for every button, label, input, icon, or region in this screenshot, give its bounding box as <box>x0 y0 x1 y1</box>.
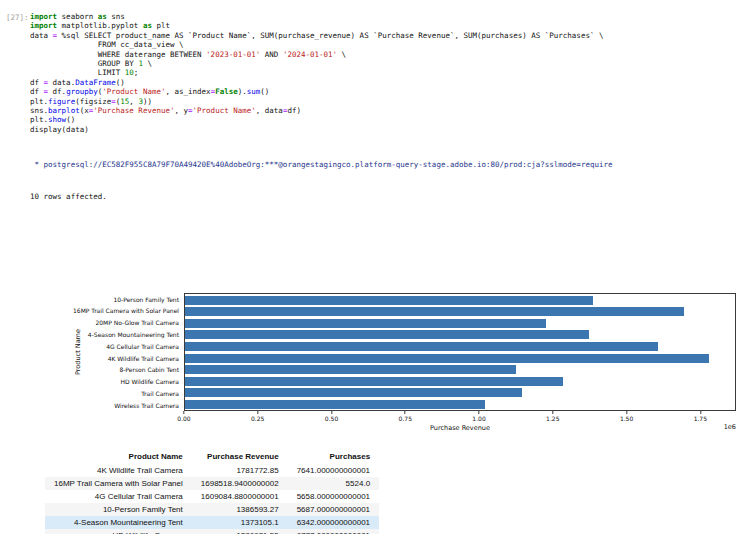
table-row: HD Wildlife Camera1286921.556777.0000000… <box>45 529 379 534</box>
table-cell: 4-Season Mountaineering Tent <box>45 516 192 529</box>
code-line: import matplotlib.pyplot as plt <box>30 21 603 30</box>
chart-plot-area <box>184 293 736 411</box>
table-cell: 4G Cellular Trail Camera <box>45 490 192 503</box>
cell-execution-prompt: [27]: <box>0 12 30 134</box>
bar <box>185 330 589 339</box>
bar-row <box>185 352 735 364</box>
table-cell: 1373105.1 <box>192 516 288 529</box>
table-cell: 5687.000000000001 <box>288 503 379 516</box>
bar-row <box>185 294 735 306</box>
y-tick-label: 4-Season Mountaineering Tent <box>84 329 184 341</box>
sql-connection-line: * postgresql://EC582F955C8A79F70A49420E%… <box>30 160 750 171</box>
chart-axis-offset-text: 1e6 <box>724 423 736 431</box>
bar <box>185 354 709 363</box>
x-tick-label: 0.00 <box>177 411 190 422</box>
code-cell: [27]: import seaborn as snsimport matplo… <box>0 0 750 134</box>
y-tick-label: 20MP No-Glow Trail Camera <box>84 317 184 329</box>
x-tick-mark <box>257 411 258 414</box>
notebook-output-region: [27]: import seaborn as snsimport matplo… <box>0 0 750 534</box>
table-row: 4-Season Mountaineering Tent1373105.1634… <box>45 516 379 529</box>
bar <box>185 400 485 409</box>
chart-xlabel-row: Purchase Revenue 1e6 <box>184 424 736 434</box>
code-line: plt.show() <box>30 115 603 124</box>
column-header: Purchase Revenue <box>192 450 288 464</box>
x-tick-mark <box>552 411 553 414</box>
x-tick-mark <box>479 411 480 414</box>
table-cell: 16MP Trail Camera with Solar Panel <box>45 477 192 490</box>
code-line: df = df.groupby('Product Name', as_index… <box>30 87 603 96</box>
y-tick-label: Wireless Trail Camera <box>84 399 184 411</box>
column-header: Purchases <box>288 450 379 464</box>
code-editor[interactable]: import seaborn as snsimport matplotlib.p… <box>30 12 603 134</box>
table-cell: 1609084.8800000001 <box>192 490 288 503</box>
chart-ylabel: Product Name <box>74 329 82 375</box>
y-tick-label: 4G Cellular Trail Camera <box>84 340 184 352</box>
bar-row <box>185 364 735 376</box>
table-cell: 6777.000000000001 <box>288 529 379 534</box>
x-tick-mark <box>700 411 701 414</box>
x-tick-mark <box>405 411 406 414</box>
bar-row <box>185 317 735 329</box>
code-line: display(data) <box>30 125 603 134</box>
x-tick-label: 1.25 <box>546 411 559 422</box>
code-line: data = %sql SELECT product_name AS `Prod… <box>30 31 603 40</box>
bar-row <box>185 306 735 318</box>
x-tick-mark <box>183 411 184 414</box>
y-tick-label: Trail Camera <box>84 388 184 400</box>
table-cell: 5524.0 <box>288 477 379 490</box>
code-line: import seaborn as sns <box>30 12 603 21</box>
bar <box>185 296 593 305</box>
bar <box>185 365 516 374</box>
table-body: 4K Wildlife Trail Camera1781772.857641.0… <box>45 464 379 534</box>
table-cell: 6342.000000000001 <box>288 516 379 529</box>
bar-row <box>185 387 735 399</box>
x-tick-label: 1.50 <box>620 411 633 422</box>
table-cell: 1698518.9400000002 <box>192 477 288 490</box>
bar-chart-figure: Product Name 10-Person Family Tent16MP T… <box>72 293 736 434</box>
column-header: Product Name <box>45 450 192 464</box>
chart-ylabel-area: Product Name <box>72 293 84 411</box>
table-cell: 1286921.55 <box>192 529 288 534</box>
table-cell: 5658.000000000001 <box>288 490 379 503</box>
code-line: GROUP BY 1 \ <box>30 59 603 68</box>
y-tick-label: 10-Person Family Tent <box>84 293 184 305</box>
result-dataframe-table: Product NamePurchase RevenuePurchases 4K… <box>45 450 379 534</box>
x-tick-label: 1.75 <box>694 411 707 422</box>
x-tick-label: 0.50 <box>325 411 338 422</box>
x-tick-label: 1.00 <box>472 411 485 422</box>
bar <box>185 377 563 386</box>
code-line: LIMIT 10; <box>30 68 603 77</box>
x-tick-mark <box>331 411 332 414</box>
code-line: df = data.DataFrame() <box>30 78 603 87</box>
table-cell: 7641.000000000001 <box>288 464 379 477</box>
bar-row <box>185 341 735 353</box>
table-row: 10-Person Family Tent1386593.275687.0000… <box>45 503 379 516</box>
y-tick-label: HD Wildlife Camera <box>84 376 184 388</box>
table-cell: 1386593.27 <box>192 503 288 516</box>
bar-row <box>185 329 735 341</box>
cell-text-output: * postgresql://EC582F955C8A79F70A49420E%… <box>30 139 750 223</box>
code-line: plt.figure(figsize=(15, 3)) <box>30 97 603 106</box>
x-tick-label: 0.75 <box>399 411 412 422</box>
bar <box>185 342 658 351</box>
table-row: 16MP Trail Camera with Solar Panel169851… <box>45 477 379 490</box>
bar-row <box>185 399 735 411</box>
x-tick-mark <box>626 411 627 414</box>
code-line: sns.barplot(x='Purchase Revenue', y='Pro… <box>30 106 603 115</box>
table-cell: HD Wildlife Camera <box>45 529 192 534</box>
code-line: FROM cc_data_view \ <box>30 40 603 49</box>
code-line: WHERE daterange BETWEEN '2023-01-01' AND… <box>30 50 603 59</box>
chart-x-tick-labels: 0.000.250.500.751.001.251.501.75 <box>184 411 736 424</box>
table-row: 4G Cellular Trail Camera1609084.88000000… <box>45 490 379 503</box>
table-cell: 4K Wildlife Trail Camera <box>45 464 192 477</box>
rows-affected-line: 10 rows affected. <box>30 192 750 203</box>
chart-y-tick-labels: 10-Person Family Tent16MP Trail Camera w… <box>84 293 184 411</box>
bar-row <box>185 375 735 387</box>
table-row: 4K Wildlife Trail Camera1781772.857641.0… <box>45 464 379 477</box>
y-tick-label: 16MP Trail Camera with Solar Panel <box>84 305 184 317</box>
bar <box>185 319 546 328</box>
y-tick-label: 8-Person Cabin Tent <box>84 364 184 376</box>
table-cell: 10-Person Family Tent <box>45 503 192 516</box>
bar <box>185 388 522 397</box>
bar <box>185 307 684 316</box>
